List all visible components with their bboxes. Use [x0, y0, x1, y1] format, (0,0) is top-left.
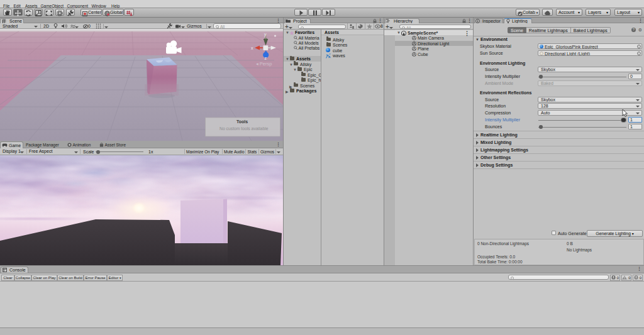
- svg-text:◂ Persp: ◂ Persp: [256, 61, 272, 67]
- svg-text:No custom tools available: No custom tools available: [219, 126, 269, 131]
- svg-text:Tools: Tools: [236, 119, 248, 124]
- svg-text:z: z: [265, 56, 267, 60]
- svg-text:x: x: [251, 46, 253, 50]
- svg-text:y: y: [264, 32, 267, 37]
